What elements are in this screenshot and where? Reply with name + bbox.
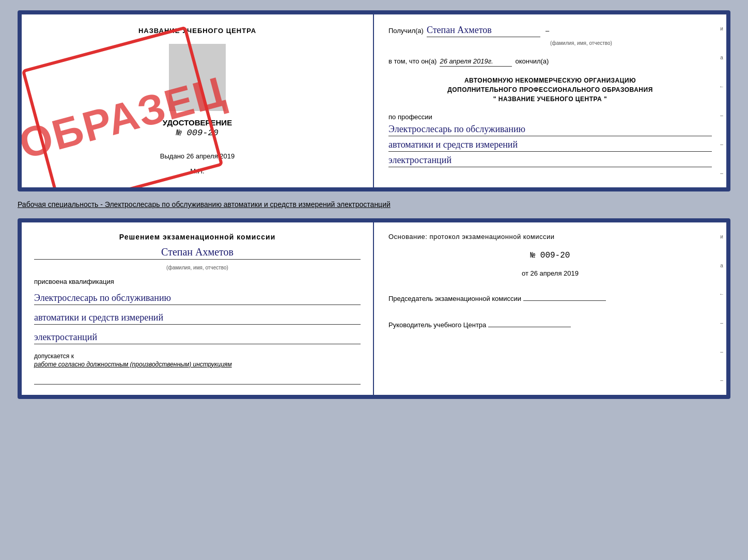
received-label: Получил(а) [388,27,424,35]
basis-title: Основание: протокол экзаменационной коми… [388,233,712,241]
allowed-prefix: допускается к [34,353,361,360]
bottom-document-spread: Решением экзаменационной комиссии Степан… [18,218,730,399]
qualification-line1: Электрослесарь по обслуживанию [34,293,361,305]
protocol-date-value: 26 апреля 2019 [531,269,579,277]
received-row: Получил(а) Степан Ахметов – [388,25,712,37]
protocol-date: от 26 апреля 2019 [388,269,712,277]
received-name: Степан Ахметов [427,25,540,37]
allowed-row: допускается к работе согласно должностны… [34,353,361,368]
qualification-label: присвоена квалификация [34,278,361,285]
profession-line1: Электрослесарь по обслуживанию [388,124,712,136]
issued-label: Выдано [160,152,184,160]
protocol-number: № 009-20 [388,251,712,260]
org-line1: АВТОНОМНУЮ НЕКОММЕРЧЕСКУЮ ОРГАНИЗАЦИЮ [388,76,712,85]
bottom-doc-left: Решением экзаменационной комиссии Степан… [22,222,374,395]
head-signature-line [488,319,571,327]
fio-hint-top: (фамилия, имя, отчество) [450,40,712,46]
top-doc-left: НАЗВАНИЕ УЧЕБНОГО ЦЕНТРА УДОСТОВЕРЕНИЕ №… [22,14,374,187]
org-block: АВТОНОМНУЮ НЕКОММЕРЧЕСКУЮ ОРГАНИЗАЦИЮ ДО… [388,76,712,104]
org-line2: ДОПОЛНИТЕЛЬНОГО ПРОФЕССИОНАЛЬНОГО ОБРАЗО… [388,85,712,94]
issued-row: Выдано 26 апреля 2019 [160,152,235,160]
fio-hint-bottom: (фамилия, имя, отчество) [34,265,361,270]
head-block: Руководитель учебного Центра [388,316,712,330]
profession-block: по профессии Электрослесарь по обслужива… [388,113,712,167]
top-left-center-title: НАЗВАНИЕ УЧЕБНОГО ЦЕНТРА [138,27,256,35]
subtitle-text: Рабочая специальность - Электрослесарь п… [18,200,730,210]
date-suffix: окончил(а) [515,57,549,65]
top-doc-right: Получил(а) Степан Ахметов – (фамилия, им… [374,14,726,187]
cert-title: УДОСТОВЕРЕНИЕ [163,118,232,127]
top-document-spread: НАЗВАНИЕ УЧЕБНОГО ЦЕНТРА УДОСТОВЕРЕНИЕ №… [18,10,730,191]
top-right-side-marks: и а ← – – – [717,14,726,187]
date-prefix: в том, что он(а) [388,57,437,65]
bottom-doc-right: Основание: протокол экзаменационной коми… [374,222,726,395]
decision-title: Решением экзаменационной комиссии [34,233,361,241]
mp-row: М.П. [190,167,204,175]
person-name-large: Степан Ахметов [34,246,361,260]
qualification-line2: автоматики и средств измерений [34,312,361,325]
head-label: Руководитель учебного Центра [388,321,486,329]
profession-label: по профессии [388,113,432,121]
date-value: 26 апреля 2019г. [440,57,512,67]
date-row: в том, что он(а) 26 апреля 2019г. окончи… [388,57,712,67]
issued-date: 26 апреля 2019 [186,152,235,160]
allowed-signature-line [34,376,361,385]
profession-line2: автоматики и средств измерений [388,139,712,152]
chairman-signature-line [523,293,606,301]
chairman-label: Председатель экзаменационной комиссии [388,295,521,302]
profession-line3: электростанций [388,155,712,167]
org-line3: " НАЗВАНИЕ УЧЕБНОГО ЦЕНТРА " [388,94,712,104]
bottom-right-side-marks: и а ← – – – [717,222,726,395]
cert-number: № 009-20 [176,128,219,138]
chairman-block: Председатель экзаменационной комиссии [388,290,712,304]
photo-placeholder [169,44,226,111]
qualification-line3: электростанций [34,332,361,344]
allowed-value: работе согласно должностным (производств… [34,361,361,368]
protocol-date-prefix: от [522,269,528,277]
